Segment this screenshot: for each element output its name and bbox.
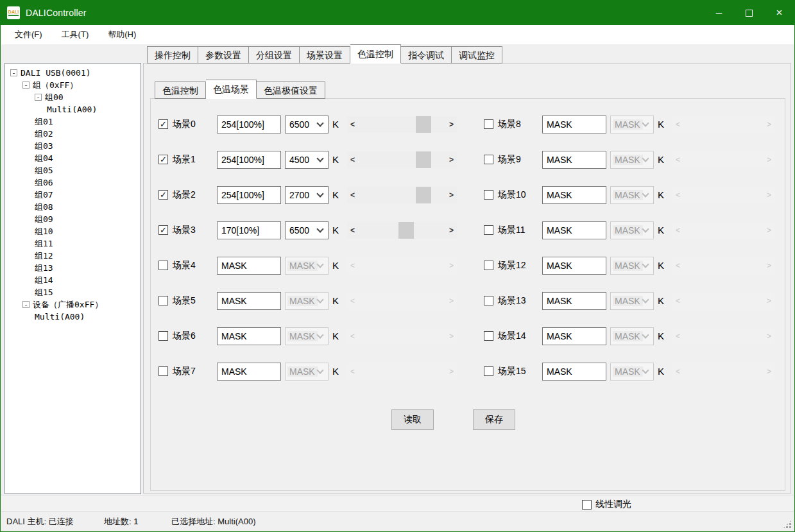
scrollbar-track[interactable]	[683, 257, 764, 274]
scrollbar-left-arrow-icon[interactable]: <	[672, 151, 683, 168]
tree-item[interactable]: 组11	[5, 237, 141, 250]
scrollbar-right-arrow-icon[interactable]: >	[764, 363, 774, 380]
scrollbar-thumb[interactable]	[398, 222, 414, 239]
tab-5[interactable]: 指令调试	[401, 46, 452, 64]
scrollbar-track[interactable]	[683, 293, 764, 309]
scrollbar-left-arrow-icon[interactable]: <	[347, 328, 358, 345]
scrollbar-track[interactable]	[358, 363, 446, 380]
tab-2[interactable]: 分组设置	[249, 46, 300, 64]
scrollbar-right-arrow-icon[interactable]: >	[764, 328, 774, 345]
scene-temp-select[interactable]: MASK	[610, 186, 654, 204]
scrollbar-left-arrow-icon[interactable]: <	[347, 222, 358, 239]
scrollbar-left-arrow-icon[interactable]: <	[672, 293, 683, 309]
scene-temp-select[interactable]: MASK	[610, 116, 654, 133]
temp-scrollbar[interactable]: < >	[347, 257, 457, 274]
tree-item[interactable]: 组05	[5, 164, 141, 176]
scrollbar-track[interactable]	[358, 328, 446, 345]
subtab-0[interactable]: 色温控制	[155, 82, 206, 99]
subtab-1[interactable]: 色温场景	[206, 80, 257, 99]
tree-item[interactable]: 组08	[5, 201, 141, 213]
scrollbar-right-arrow-icon[interactable]: >	[446, 257, 457, 274]
scrollbar-thumb[interactable]	[416, 151, 431, 168]
scene-level-input[interactable]	[542, 363, 606, 381]
scrollbar-thumb[interactable]	[416, 187, 431, 203]
scene-temp-select[interactable]: MASK	[285, 363, 329, 381]
tree-item[interactable]: 组01	[5, 116, 141, 128]
scene-temp-select[interactable]: MASK	[610, 221, 654, 239]
scene-temp-select[interactable]: 6500	[285, 221, 329, 239]
tree-expander-icon[interactable]: -	[22, 301, 30, 308]
device-tree[interactable]: -DALI USB(0001)-组（0xFF）-组00Multi(A00)组01…	[4, 63, 141, 494]
temp-scrollbar[interactable]: < >	[347, 187, 457, 203]
scrollbar-right-arrow-icon[interactable]: >	[764, 151, 774, 168]
scene-checkbox[interactable]: ✓	[158, 225, 168, 235]
scrollbar-right-arrow-icon[interactable]: >	[764, 293, 774, 309]
temp-scrollbar[interactable]: < >	[672, 293, 774, 309]
tree-item[interactable]: -组00	[5, 91, 141, 103]
scrollbar-right-arrow-icon[interactable]: >	[764, 257, 774, 274]
scene-level-input[interactable]	[542, 116, 606, 133]
temp-scrollbar[interactable]: < >	[347, 116, 457, 133]
scrollbar-right-arrow-icon[interactable]: >	[446, 363, 457, 380]
scene-level-input[interactable]	[217, 257, 281, 275]
temp-scrollbar[interactable]: < >	[347, 363, 457, 380]
scene-checkbox[interactable]: ✓	[158, 155, 168, 164]
linear-dimming-checkbox[interactable]	[582, 500, 592, 510]
tree-expander-icon[interactable]: -	[22, 82, 30, 89]
scrollbar-track[interactable]	[683, 116, 764, 133]
scrollbar-left-arrow-icon[interactable]: <	[672, 363, 683, 380]
scrollbar-left-arrow-icon[interactable]: <	[672, 257, 683, 274]
scene-checkbox[interactable]	[484, 296, 493, 305]
temp-scrollbar[interactable]: < >	[672, 151, 774, 168]
scene-level-input[interactable]	[542, 151, 606, 169]
tree-item[interactable]: 组04	[5, 152, 141, 164]
close-button[interactable]: ×	[764, 1, 794, 25]
linear-dimming-option[interactable]: 线性调光	[582, 499, 631, 510]
menu-item[interactable]: 帮助(H)	[98, 25, 146, 44]
scene-checkbox[interactable]	[158, 366, 168, 376]
tree-item[interactable]: Multi(A00)	[5, 103, 141, 116]
tree-item[interactable]: -DALI USB(0001)	[5, 67, 141, 79]
tree-expander-icon[interactable]: -	[35, 94, 42, 101]
scrollbar-track[interactable]	[358, 257, 446, 274]
tree-item[interactable]: 组15	[5, 286, 141, 298]
tree-item[interactable]: 组03	[5, 140, 141, 152]
scrollbar-track[interactable]	[683, 222, 764, 239]
scrollbar-track[interactable]	[683, 328, 764, 345]
scene-level-input[interactable]	[542, 327, 606, 345]
scene-checkbox[interactable]	[158, 331, 168, 341]
scene-temp-select[interactable]: 2700	[285, 186, 329, 204]
scrollbar-track[interactable]	[683, 363, 764, 380]
temp-scrollbar[interactable]: < >	[672, 116, 774, 133]
temp-scrollbar[interactable]: < >	[672, 328, 774, 345]
scrollbar-left-arrow-icon[interactable]: <	[347, 116, 358, 133]
scene-checkbox[interactable]	[484, 119, 493, 129]
scene-temp-select[interactable]: MASK	[610, 151, 654, 169]
scene-level-input[interactable]	[542, 292, 606, 310]
tree-item[interactable]: 组13	[5, 262, 141, 274]
scrollbar-track[interactable]	[358, 222, 446, 239]
scrollbar-left-arrow-icon[interactable]: <	[347, 187, 358, 203]
scrollbar-left-arrow-icon[interactable]: <	[347, 257, 358, 274]
temp-scrollbar[interactable]: < >	[347, 328, 457, 345]
scrollbar-right-arrow-icon[interactable]: >	[446, 116, 457, 133]
scrollbar-track[interactable]	[683, 187, 764, 203]
scene-level-input[interactable]	[542, 257, 606, 275]
scrollbar-right-arrow-icon[interactable]: >	[446, 222, 457, 239]
tab-3[interactable]: 场景设置	[300, 46, 350, 64]
tree-item[interactable]: 组07	[5, 189, 141, 201]
maximize-button[interactable]	[734, 1, 764, 25]
scene-checkbox[interactable]: ✓	[158, 119, 168, 129]
tab-6[interactable]: 调试监控	[452, 46, 502, 64]
scene-checkbox[interactable]	[484, 331, 493, 341]
scene-checkbox[interactable]	[484, 155, 493, 164]
menu-item[interactable]: 文件(F)	[5, 25, 52, 44]
scene-checkbox[interactable]	[484, 366, 493, 376]
scene-level-input[interactable]	[217, 116, 281, 133]
scrollbar-right-arrow-icon[interactable]: >	[446, 151, 457, 168]
scrollbar-right-arrow-icon[interactable]: >	[764, 222, 774, 239]
scrollbar-left-arrow-icon[interactable]: <	[672, 187, 683, 203]
scene-temp-select[interactable]: 4500	[285, 151, 329, 169]
scrollbar-track[interactable]	[358, 151, 446, 168]
temp-scrollbar[interactable]: < >	[672, 222, 774, 239]
